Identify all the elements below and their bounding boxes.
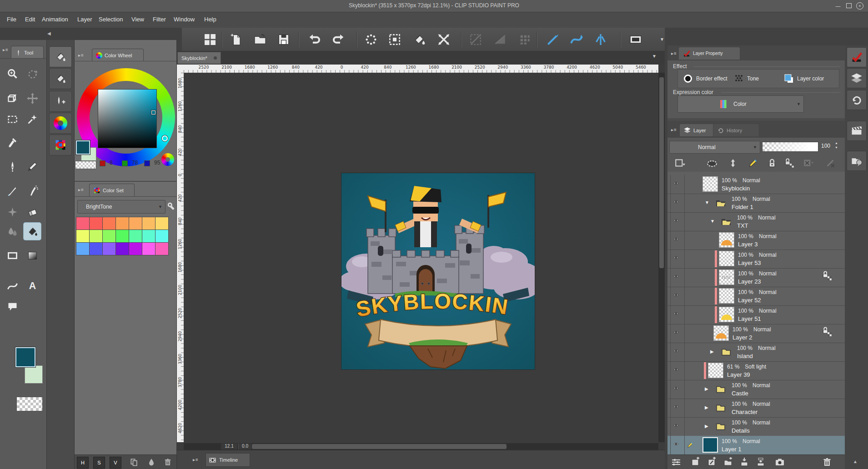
snap-ruler-icon[interactable] xyxy=(546,32,560,47)
layer-row[interactable]: 100 %NormalLayer 23 xyxy=(667,268,845,287)
tab-tool[interactable]: Tool xyxy=(11,46,44,59)
deselect-icon[interactable] xyxy=(364,32,378,47)
menu-help[interactable]: Help xyxy=(204,16,216,23)
tool-text[interactable]: A xyxy=(24,277,41,294)
foreground-color-swatch[interactable] xyxy=(76,140,90,155)
layer-row[interactable]: 100 %NormalLayer 3 xyxy=(667,231,845,250)
panel-menu-icon[interactable]: ▸≡ xyxy=(671,127,677,132)
tab-color-set[interactable]: Color Set xyxy=(89,184,135,196)
tool-brush[interactable] xyxy=(4,182,21,199)
tab-list-dropdown-icon[interactable]: ▼ xyxy=(652,54,657,59)
tool-blend[interactable] xyxy=(4,223,21,240)
close-document-icon[interactable] xyxy=(214,56,217,60)
layer-row[interactable]: ▶100 %NormalDetails xyxy=(667,417,845,436)
tool-rotate-canvas[interactable] xyxy=(24,65,41,82)
fill-selection-icon[interactable] xyxy=(412,32,426,47)
layer-row[interactable]: ▶100 %NormalIsland xyxy=(667,343,845,362)
menu-edit[interactable]: Edit xyxy=(25,16,35,23)
clip-studio-grid-icon[interactable] xyxy=(203,32,217,47)
layer-visibility-toggle[interactable] xyxy=(672,219,681,225)
menu-animation[interactable]: Animation xyxy=(42,16,68,23)
layer-visibility-toggle[interactable] xyxy=(672,330,681,337)
color-swatch[interactable] xyxy=(89,242,103,255)
layer-visibility-toggle[interactable] xyxy=(672,368,681,374)
effect-layer-color[interactable]: Layer color xyxy=(783,73,824,85)
zoom-readout[interactable]: 12.1 xyxy=(221,444,237,449)
expression-color-dropdown[interactable]: Color ▼ xyxy=(677,95,804,113)
sv-cursor[interactable] xyxy=(151,110,156,115)
menu-layer[interactable]: Layer xyxy=(77,16,92,23)
mask-area-icon[interactable] xyxy=(706,157,718,170)
tool-balloon[interactable] xyxy=(4,298,21,315)
panel-menu-icon[interactable]: ▸≡ xyxy=(78,187,84,192)
color-swatch[interactable] xyxy=(155,242,169,255)
new-raster-layer-icon[interactable] xyxy=(689,456,701,468)
tool-zoom[interactable] xyxy=(4,65,21,82)
snap-off-icon[interactable] xyxy=(468,32,483,47)
ruler-range-icon[interactable] xyxy=(727,157,739,170)
redo-icon[interactable] xyxy=(331,32,346,47)
transfer-to-lower-icon[interactable] xyxy=(738,456,750,468)
color-set-preset-dropdown[interactable]: BrightTone ▼ xyxy=(77,200,166,214)
color-history-icon[interactable] xyxy=(129,457,140,468)
fill-subtool-1-button[interactable] xyxy=(49,46,72,67)
layer-row[interactable]: 100 %NormalLayer 52 xyxy=(667,287,845,306)
blend-mode-dropdown[interactable]: Normal ▼ xyxy=(669,141,760,154)
close-icon[interactable]: × xyxy=(855,2,865,10)
layer-visibility-toggle[interactable] xyxy=(672,293,681,299)
tab-color-wheel[interactable]: Color Wheel xyxy=(92,49,144,61)
tool-airbrush[interactable] xyxy=(24,182,41,199)
delete-color-icon[interactable] xyxy=(162,457,173,468)
save-file-icon[interactable] xyxy=(276,32,291,47)
layer-palette-mark[interactable] xyxy=(715,306,717,323)
color-swatch[interactable] xyxy=(76,217,90,230)
tool-frame-border[interactable] xyxy=(4,247,21,264)
tool-fill[interactable] xyxy=(24,223,41,240)
collapse-folder-icon[interactable]: ▼ xyxy=(705,200,709,205)
layer-row[interactable]: 100 %NormalLayer 2 xyxy=(667,324,845,343)
hue-ring-cursor[interactable] xyxy=(162,135,168,141)
color-swatch[interactable] xyxy=(89,230,103,243)
panel-menu-icon[interactable]: ▸≡ xyxy=(193,457,199,462)
layer-thumbnail[interactable] xyxy=(702,176,718,192)
menu-filter[interactable]: Filter xyxy=(153,16,166,23)
layer-visibility-toggle[interactable] xyxy=(672,274,681,281)
layer-visibility-toggle[interactable] xyxy=(672,256,681,262)
color-wheel-button-button[interactable] xyxy=(49,113,72,134)
color-mixing-icon[interactable] xyxy=(670,456,682,468)
tool-pencil[interactable] xyxy=(24,158,41,175)
minimize-icon[interactable]: — xyxy=(833,2,843,10)
horizontal-scrollbar-thumb[interactable] xyxy=(252,444,507,449)
foreground-color-swatch[interactable] xyxy=(15,347,35,367)
open-file-icon[interactable] xyxy=(253,32,267,47)
color-set-button-button[interactable] xyxy=(49,135,72,155)
expand-strip-icon[interactable]: ▲ xyxy=(853,459,858,464)
collapse-left-panel-icon[interactable]: ◀ xyxy=(47,31,51,36)
transparent-color-swatch[interactable] xyxy=(75,161,96,169)
color-swatch[interactable] xyxy=(115,217,129,230)
layer-visibility-toggle[interactable] xyxy=(672,312,681,318)
layer-thumbnail[interactable] xyxy=(719,232,734,248)
material-strip-icon[interactable] xyxy=(847,151,867,171)
expand-folder-icon[interactable]: ▶ xyxy=(705,386,708,391)
layer-row[interactable]: ▶100 %NormalCastle xyxy=(667,380,845,399)
tool-auto-select[interactable] xyxy=(24,110,41,128)
effect-border-effect[interactable]: Border effect xyxy=(682,73,727,85)
menu-view[interactable]: View xyxy=(131,16,144,23)
new-file-icon[interactable] xyxy=(229,32,244,47)
color-swatch[interactable] xyxy=(115,242,129,255)
color-swatch[interactable] xyxy=(129,242,142,255)
effect-tone[interactable]: Tone xyxy=(733,73,759,85)
layer-row[interactable]: 100 %NormalLayer 1 xyxy=(667,436,845,454)
layer-palette-mark[interactable] xyxy=(715,269,717,286)
vertical-scrollbar-thumb[interactable] xyxy=(659,77,664,268)
snap-off-3-icon[interactable] xyxy=(517,32,532,47)
color-swatch[interactable] xyxy=(76,242,90,255)
snapshot-icon[interactable] xyxy=(774,456,786,468)
expand-folder-icon[interactable]: ▶ xyxy=(705,405,708,410)
opacity-stepper[interactable]: ▲▼ xyxy=(835,141,838,150)
layer-row[interactable]: ▼100 %NormalFolder 1 xyxy=(667,194,845,213)
transparent-color-swatch[interactable] xyxy=(16,397,43,411)
layer-palette-mark[interactable] xyxy=(715,250,717,267)
fill-subtool-2-button[interactable] xyxy=(49,68,72,89)
